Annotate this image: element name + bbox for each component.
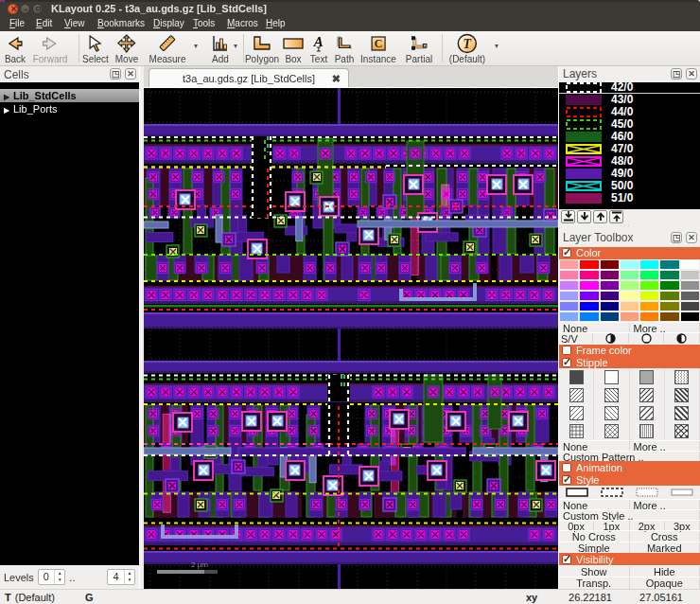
svg-text:C: C (375, 37, 383, 50)
svg-text:2 µm: 2 µm (191, 560, 208, 569)
svg-text:T: T (464, 37, 473, 51)
